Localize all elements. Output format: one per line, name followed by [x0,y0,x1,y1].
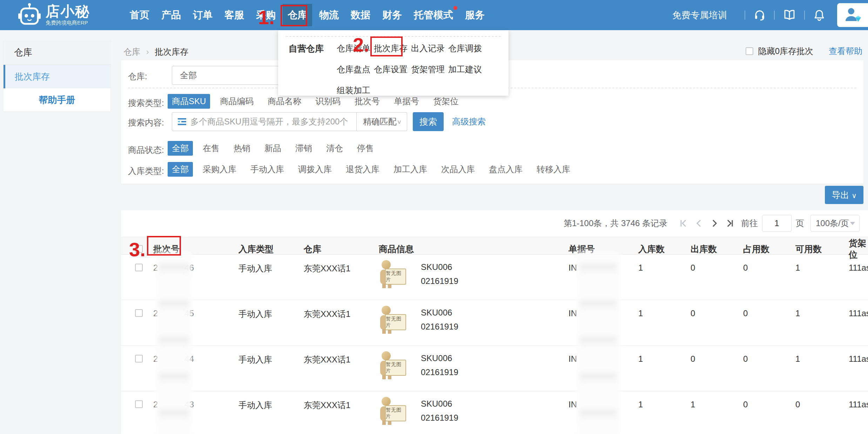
product-image-placeholder: 暂无图片 [379,397,407,425]
menu-item-warehouse-list[interactable]: 仓库清单 [337,43,370,54]
sidebar-header: 仓库 [4,40,110,65]
search-type-shelf[interactable]: 货架位 [429,94,463,109]
advanced-search-link[interactable]: 高级搜索 [452,116,486,127]
manual-book-icon[interactable] [783,9,796,21]
hide-zero-stock-checkbox[interactable] [746,47,753,55]
search-type-product-code[interactable]: 商品编码 [216,94,258,109]
export-button-label: 导出 [832,190,849,200]
pagination: 第1-100条，共 3746 条记录 前往 页 100条/页 [564,215,860,232]
chevron-down-icon: ∨ [397,118,402,125]
menu-item-inout-records[interactable]: 出入记录 [411,43,445,54]
inbound-stocktake[interactable]: 盘点入库 [485,162,527,177]
warehouse-cell: 东莞XXX话1 [304,400,379,411]
nav-item-orders[interactable]: 订单 [188,4,217,26]
inbound-processing[interactable]: 加工入库 [389,162,431,177]
shelf-cell: 111asfc [849,400,868,409]
sku: SKU006 [421,397,458,411]
headset-icon[interactable] [754,9,766,21]
pagination-summary: 第1-100条，共 3746 条记录 [564,218,667,229]
free-training-link[interactable]: 免费专属培训 [672,9,727,21]
inbound-return[interactable]: 退货入库 [342,162,384,177]
select-all-checkbox[interactable] [135,245,143,253]
inbound-type-cell: 手动入库 [238,354,304,365]
match-mode-select[interactable]: 精确匹配 ∨ [357,112,407,131]
page-number-input[interactable] [762,215,792,232]
export-button[interactable]: 导出 ∨ [825,186,863,204]
inbound-all[interactable]: 全部 [168,162,193,177]
status-clearance[interactable]: 清仓 [322,141,347,156]
last-page-button[interactable] [722,216,738,231]
status-slow[interactable]: 滞销 [291,141,316,156]
nav-item-home[interactable]: 首页 [125,4,154,26]
search-content-label: 搜索内容: [128,117,164,128]
status-on-sale[interactable]: 在售 [199,141,224,156]
search-type-doc-no[interactable]: 单据号 [390,94,423,109]
col-product-info: 商品信息 [379,243,568,255]
nav-item-products[interactable]: 产品 [156,4,186,26]
breadcrumb-root[interactable]: 仓库 [123,47,140,56]
nav-item-purchase[interactable]: 采购 [251,4,281,26]
bell-icon[interactable] [813,9,825,21]
menu-item-warehouse-transfer[interactable]: 仓库调拨 [448,43,482,54]
divider [804,11,805,20]
search-type-batch-no[interactable]: 批次号 [350,94,384,109]
warehouse-select-value: 全部 [180,70,197,81]
inbound-defective[interactable]: 次品入库 [437,162,479,177]
inbound-manual[interactable]: 手动入库 [246,162,288,177]
first-page-button[interactable] [676,216,691,231]
page-unit-label: 页 [796,218,804,229]
next-page-button[interactable] [707,216,722,231]
search-type-identifier[interactable]: 识别码 [311,94,345,109]
prev-page-button[interactable] [691,216,707,231]
search-type-product-name[interactable]: 商品名称 [263,94,305,109]
view-help-link[interactable]: 查看帮助 [829,46,862,57]
qty-available-cell: 1 [795,308,849,318]
nav-item-data[interactable]: 数据 [346,4,375,26]
inbound-purchase[interactable]: 采购入库 [199,162,241,177]
row-checkbox[interactable] [135,355,143,362]
nav-item-services[interactable]: 服务 [460,4,490,26]
page-size-select[interactable]: 100条/页 [810,215,860,232]
nav-item-hosting[interactable]: 托管模式 [409,4,458,26]
inbound-type-cell: 手动入库 [238,400,304,411]
divider [774,11,775,20]
menu-item-shelf-management[interactable]: 货架管理 [411,64,445,75]
nav-item-warehouse[interactable]: 仓库 [283,4,312,26]
breadcrumb: 仓库 › 批次库存 [123,46,188,57]
status-all[interactable]: 全部 [168,141,193,156]
inbound-transfer[interactable]: 调拨入库 [294,162,336,177]
status-hot[interactable]: 热销 [229,141,255,156]
menu-item-processing-advice[interactable]: 加工建议 [448,64,482,75]
app-logo[interactable]: 店小秘 免费跨境电商ERP [18,3,90,27]
product-info-cell: 暂无图片 SKU00602161919 [379,397,568,425]
status-filter-label: 商品状态: [128,144,164,156]
product-image-placeholder: 暂无图片 [379,306,407,334]
warehouse-dropdown-menu: 自营仓库 仓库清单 批次库存 出入记录 仓库调拨 仓库盘点 仓库设置 货架管理 … [278,30,509,96]
status-stopped[interactable]: 停售 [353,141,378,156]
search-input[interactable]: 多个商品SKU用逗号隔开，最多支持200个 [172,112,357,131]
status-new[interactable]: 新品 [260,141,285,156]
nav-item-finance[interactable]: 财务 [377,4,407,26]
menu-item-warehouse-settings[interactable]: 仓库设置 [374,64,408,75]
search-button[interactable]: 搜索 [413,112,444,131]
nav-item-logistics[interactable]: 物流 [314,4,344,26]
user-account-button[interactable] [837,3,868,27]
notification-dot [453,6,457,10]
menu-item-stocktaking[interactable]: 仓库盘点 [337,64,370,75]
sidebar-item-batch-inventory[interactable]: 批次库存 [4,65,110,88]
page-size-value: 100条/页 [816,218,849,229]
sku-code: 02161919 [421,320,458,334]
sidebar-help-manual-link[interactable]: 帮助手册 [4,88,110,111]
qty-available-cell: 1 [795,354,849,364]
shelf-cell: 111asfc [849,354,868,364]
divider [745,11,745,20]
menu-item-batch-inventory[interactable]: 批次库存 [374,43,408,54]
menu-item-assembly-processing[interactable]: 组装加工 [337,85,370,96]
row-checkbox[interactable] [135,400,143,408]
search-type-sku[interactable]: 商品SKU [168,94,210,109]
row-checkbox[interactable] [135,264,143,271]
nav-item-service[interactable]: 客服 [220,4,249,26]
top-nav: 店小秘 免费跨境电商ERP 首页 产品 订单 客服 采购 仓库 物流 数据 财务… [0,0,868,30]
row-checkbox[interactable] [135,309,143,317]
inbound-move[interactable]: 转移入库 [532,162,574,177]
